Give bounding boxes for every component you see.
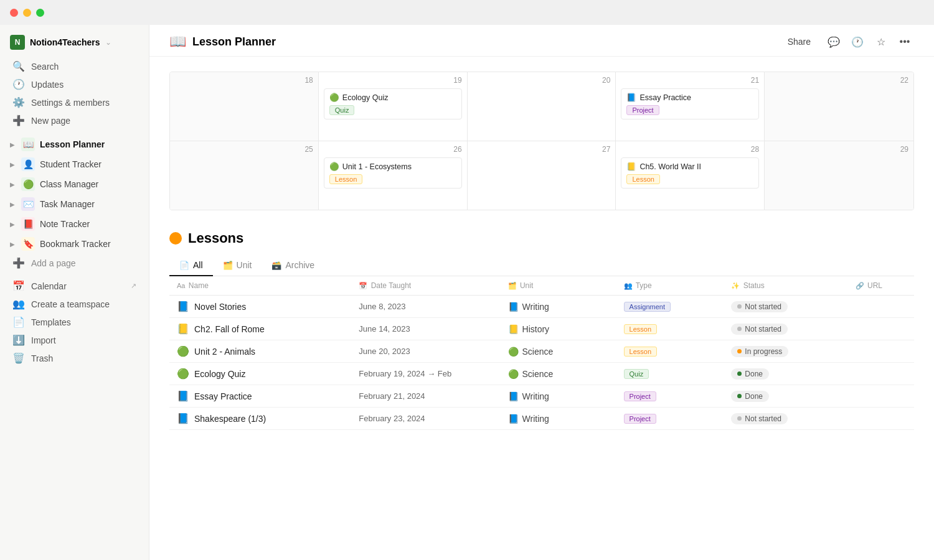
sidebar-item-create-teamspace[interactable]: 👥 Create a teamspace [2,295,146,313]
col-header-status: ✨ Status [724,276,847,296]
tab-all[interactable]: 📄 All [169,256,213,276]
lesson-emoji-2: 🟢 [177,345,189,357]
sidebar-item-updates-label: Updates [31,80,64,90]
lesson-title-0: Novel Stories [194,302,246,312]
table-row[interactable]: 📒 Ch2. Fall of Rome June 14, 2023 📒 Hist… [169,318,914,340]
unit-name-3: Science [522,369,554,379]
chevron-icon-4: ▶ [10,201,15,208]
col-status-label: Status [743,281,765,290]
lesson-type-2: Lesson [616,340,724,363]
lesson-unit-0: 📘 Writing [508,302,609,312]
type-tag-3: Quiz [624,369,649,379]
calendar-cell-20: 20 [468,72,616,141]
chevron-icon-5: ▶ [10,221,15,228]
col-header-date: 📅 Date Taught [351,276,500,296]
lesson-planner-emoji: 📖 [21,138,35,151]
cell-date-20: 20 [473,76,611,85]
app-container: N Notion4Teachers ⌄ 🔍 Search 🕐 Updates ⚙… [0,25,934,560]
unit-emoji-1: 📒 [508,324,519,334]
lesson-type-3: Quiz [616,363,724,385]
status-badge-3: Done [731,368,769,380]
sidebar-item-import-label: Import [31,335,56,345]
sidebar-item-note-tracker[interactable]: ▶ 📕 Note Tracker [2,214,146,234]
status-dot-4 [737,394,742,398]
col-date-label: Date Taught [371,281,412,290]
col-status-icon: ✨ [731,282,740,289]
sidebar-item-class-manager[interactable]: ▶ 🟢 Class Manager [2,174,146,194]
table-row[interactable]: 🟢 Unit 2 - Animals June 20, 2023 🟢 Scien… [169,340,914,363]
sidebar-item-templates[interactable]: 📄 Templates [2,313,146,331]
sidebar-item-new-page[interactable]: ➕ New page [2,111,146,129]
sidebar-item-trash[interactable]: 🗑️ Trash [2,349,146,367]
status-badge-2: In progress [731,346,788,357]
lesson-card-ecology-quiz[interactable]: 🟢 Ecology Quiz Quiz [324,88,462,119]
sidebar-item-import[interactable]: ⬇️ Import [2,331,146,349]
status-text-4: Done [745,392,763,401]
tab-all-icon: 📄 [179,261,189,270]
lesson-card-essay-practice[interactable]: 📘 Essay Practice Project [621,88,759,119]
card-title-unit1: 🟢 Unit 1 - Ecosystems [329,162,456,171]
table-row[interactable]: 🟢 Ecology Quiz February 19, 2024 → Feb 🟢… [169,363,914,385]
workspace-chevron: ⌄ [105,38,111,47]
card-title-essay: 📘 Essay Practice [626,93,753,102]
status-text-5: Not started [745,414,781,423]
lesson-url-1 [848,318,914,340]
tab-unit[interactable]: 🗂️ Unit [213,256,262,276]
col-name-icon: Aa [177,282,185,289]
col-type-label: Type [636,281,652,290]
workspace-header[interactable]: N Notion4Teachers ⌄ [0,30,149,57]
sidebar-item-student-tracker[interactable]: ▶ 👤 Student Tracker [2,154,146,174]
cell-date-29: 29 [770,145,908,154]
history-button[interactable]: 🕐 [848,32,867,51]
col-name-label: Name [189,281,209,290]
sidebar-item-new-page-label: New page [31,116,70,126]
lesson-type-0: Assignment [616,296,724,318]
more-button[interactable]: ••• [895,32,914,51]
sidebar-item-bookmark-tracker[interactable]: ▶ 🔖 Bookmark Tracker [2,234,146,254]
sidebar-item-search[interactable]: 🔍 Search [2,57,146,75]
sidebar-item-calendar[interactable]: 📅 Calendar ↗ [2,277,146,295]
calendar-row-1: 18 19 🟢 Ecology Quiz Quiz 20 [170,72,913,141]
main-content: 📖 Lesson Planner Share 💬 🕐 ☆ ••• 18 [149,25,934,560]
unit-emoji-2: 🟢 [508,347,519,357]
sidebar-item-lesson-planner-label: Lesson Planner [40,139,105,149]
lesson-title-3: Ecology Quiz [194,369,245,379]
new-page-icon: ➕ [12,114,25,126]
lesson-unit-4: 📘 Writing [508,391,609,401]
minimize-button[interactable] [23,9,31,17]
ecology-quiz-tag: Quiz [329,105,355,115]
sidebar-item-bookmark-tracker-label: Bookmark Tracker [40,239,111,249]
tab-archive[interactable]: 🗃️ Archive [262,256,324,276]
cell-date-19: 19 [324,76,462,85]
lesson-title-1: Ch2. Fall of Rome [194,324,265,334]
sidebar-item-class-manager-label: Class Manager [40,179,98,189]
col-url-label: URL [867,281,882,290]
col-unit-label: Unit [520,281,533,290]
sidebar-item-task-manager[interactable]: ▶ ✉️ Task Manager [2,194,146,214]
sidebar-item-settings[interactable]: ⚙️ Settings & members [2,93,146,111]
lesson-card-ch5[interactable]: 📒 Ch5. World War II Lesson [621,157,759,189]
ch5-title: Ch5. World War II [639,162,701,171]
table-row[interactable]: 📘 Essay Practice February 21, 2024 📘 Wri… [169,385,914,408]
comment-button[interactable]: 💬 [824,32,843,51]
type-tag-4: Project [624,391,656,401]
table-row[interactable]: 📘 Novel Stories June 8, 2023 📘 Writing A… [169,296,914,318]
lessons-table: Aa Name 📅 Date Taught 🗂️ Unit 👥 [169,276,914,430]
status-badge-1: Not started [731,324,788,335]
sidebar-item-lesson-planner[interactable]: ▶ 📖 Lesson Planner [2,134,146,154]
lesson-type-4: Project [616,385,724,408]
sidebar-item-templates-label: Templates [31,317,71,327]
table-row[interactable]: 📘 Shakespeare (1/3) February 23, 2024 📘 … [169,408,914,430]
maximize-button[interactable] [36,9,44,17]
star-button[interactable]: ☆ [872,32,890,51]
sidebar-item-search-label: Search [31,62,59,72]
share-button[interactable]: Share [779,34,819,49]
sidebar-item-updates[interactable]: 🕐 Updates [2,75,146,93]
calendar-cell-29: 29 [765,141,913,210]
close-button[interactable] [10,9,18,17]
sidebar-item-add-page[interactable]: ➕ Add a page [2,254,146,272]
lesson-card-unit1[interactable]: 🟢 Unit 1 - Ecosystems Lesson [324,157,462,189]
col-header-unit: 🗂️ Unit [501,276,616,296]
cell-date-26: 26 [324,145,462,154]
lesson-date-4: February 21, 2024 [351,385,500,408]
